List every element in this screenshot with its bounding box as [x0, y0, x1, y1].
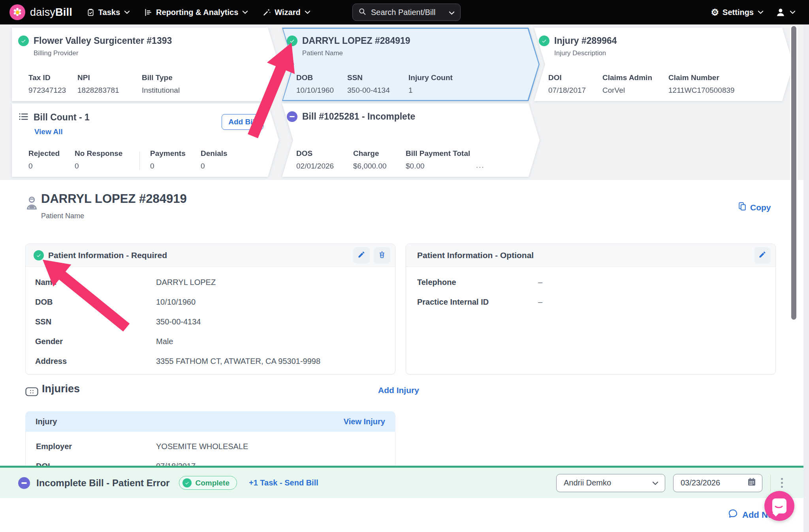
stat-label: Claim Number	[668, 73, 735, 82]
stat-value: 350-00-4134	[347, 86, 408, 95]
info-row-address: Address3355 FATHOM CT, ATWATER, CA 95301…	[35, 351, 386, 371]
daisybill-logo[interactable]: ✽ daisyBill	[9, 4, 72, 20]
breadcrumb-bill-count-card[interactable]: Bill Count - 1 View All Add Bill Rejecte…	[12, 103, 279, 177]
delete-trash-icon	[378, 251, 386, 260]
stat-label: Bill Payment Total	[406, 149, 470, 158]
info-row-name: NameDARRYL LOPEZ	[35, 272, 386, 292]
stat-value: 0	[201, 162, 228, 170]
search-patient-bill[interactable]: Search Patient/Bill	[352, 4, 461, 21]
injuries-section-title: Injuries	[42, 383, 80, 395]
stat-value: 0	[75, 162, 139, 170]
stat-value: 0	[150, 162, 201, 170]
bill-bar-title: Incomplete Bill - Patient Error	[36, 478, 169, 489]
daisybill-app: ✽ daisyBill Tasks Reporting & Analytics …	[0, 0, 809, 532]
stat-label: No Response	[75, 149, 139, 158]
daisy-flower-icon: ✽	[9, 4, 25, 20]
chevron-down-icon	[652, 478, 658, 487]
scrollbar-thumb[interactable]	[791, 26, 796, 320]
nav-tasks-label: Tasks	[98, 8, 120, 17]
search-icon	[358, 7, 366, 17]
view-injury-link[interactable]: View Injury	[344, 417, 385, 426]
injury-row-doi: DOI07/18/2017	[36, 456, 385, 466]
assignee-select[interactable]: Andrii Demko	[556, 474, 665, 492]
chevron-down-icon	[790, 10, 796, 14]
date-field[interactable]: 03/23/2026	[673, 474, 762, 492]
stat-label: Rejected	[28, 149, 75, 158]
copy-button[interactable]: Copy	[738, 202, 771, 213]
required-card-title: Patient Information - Required	[48, 251, 167, 260]
bill-more-ellipsis[interactable]: ...	[476, 161, 485, 170]
page-title: DARRYL LOPEZ #284919	[41, 192, 187, 206]
edit-patient-button[interactable]	[353, 247, 370, 264]
stat-value: 0	[28, 162, 75, 170]
brand-text: daisyBill	[30, 6, 72, 19]
chevron-down-icon	[449, 8, 455, 17]
stat-label: DOS	[296, 149, 353, 158]
provider-crumb-title: Flower Valley Surgicenter #1393	[34, 36, 172, 46]
intercom-chat-button[interactable]	[764, 491, 794, 521]
nav-reporting[interactable]: Reporting & Analytics	[144, 8, 248, 17]
stat-label: DOI	[548, 73, 602, 82]
intercom-bubble-icon	[772, 498, 786, 513]
stat-label: Claims Admin	[602, 73, 668, 82]
scrollbar-track[interactable]	[803, 24, 809, 532]
nav-wizard[interactable]: Wizard	[262, 8, 310, 17]
injury-crumb-title: Injury #289964	[554, 36, 617, 46]
stat-value: 07/18/2017	[548, 86, 602, 95]
calendar-icon	[747, 477, 756, 489]
info-row-ssn: SSN350-00-4134	[35, 312, 386, 332]
delete-patient-button[interactable]	[374, 247, 390, 264]
copy-icon	[738, 202, 747, 213]
stat-label: Denials	[201, 149, 228, 158]
nav-wizard-label: Wizard	[275, 8, 300, 17]
stat-value: 1211WC170500839	[668, 86, 735, 95]
chevron-down-icon	[758, 10, 764, 14]
injury-column-header: Injury	[36, 417, 57, 426]
nav-settings-label: Settings	[722, 8, 754, 17]
add-bill-button[interactable]: Add Bill	[222, 114, 263, 130]
stat-value: 972347123	[28, 86, 77, 95]
edit-optional-button[interactable]	[754, 247, 771, 264]
complete-badge[interactable]: Complete	[179, 476, 237, 490]
check-circle-icon	[34, 250, 44, 260]
stat-label: Tax ID	[28, 73, 77, 82]
stat-label: Charge	[353, 149, 406, 158]
wizard-wand-icon	[262, 8, 271, 17]
patient-info-optional-card: Patient Information - Optional Telephone…	[406, 244, 776, 375]
nav-settings[interactable]: ⚙ Settings	[711, 8, 764, 17]
settings-gear-icon: ⚙	[711, 8, 719, 17]
stat-label: Injury Count	[408, 73, 453, 82]
send-bill-task-link[interactable]: +1 Task - Send Bill	[249, 478, 318, 487]
stat-label: Bill Type	[142, 73, 180, 82]
add-injury-link[interactable]: Add Injury	[378, 386, 419, 395]
breadcrumb-injury-card[interactable]: Injury #289964 Injury Description DOI07/…	[534, 28, 793, 101]
info-row-telephone: Telephone–	[417, 272, 766, 292]
search-placeholder-text: Search Patient/Bill	[371, 8, 435, 17]
nav-tasks[interactable]: Tasks	[87, 8, 130, 17]
breadcrumb-patient-card[interactable]: DARRYL LOPEZ #284919 Patient Name DOB10/…	[282, 28, 540, 101]
kebab-menu-icon[interactable]	[779, 476, 785, 490]
check-circle-icon	[539, 36, 549, 46]
injuries-bandage-icon	[25, 387, 38, 398]
bar-divider	[770, 475, 771, 491]
breadcrumb-provider-card[interactable]: Flower Valley Surgicenter #1393 Billing …	[12, 28, 279, 101]
stat-value: 02/01/2026	[296, 162, 353, 170]
incomplete-minus-icon	[287, 111, 297, 122]
stats-divider	[139, 152, 140, 170]
account-person-icon	[775, 7, 786, 17]
chevron-down-icon	[124, 10, 130, 14]
check-circle-icon	[182, 478, 192, 487]
nav-reporting-label: Reporting & Analytics	[156, 8, 238, 17]
injury-table-header: Injury View Injury	[25, 411, 395, 432]
injury-crumb-subtitle: Injury Description	[554, 49, 777, 57]
breadcrumb-bill-card[interactable]: Bill #1025281 - Incomplete DOS02/01/2026…	[282, 103, 540, 177]
stat-value: $6,000.00	[353, 162, 406, 170]
date-value: 03/23/2026	[681, 478, 720, 487]
nav-account[interactable]	[775, 7, 796, 17]
injury-table: Injury View Injury EmployerYOSEMITE WHOL…	[25, 411, 395, 466]
optional-card-title: Patient Information - Optional	[417, 251, 534, 260]
info-row-dob: DOB10/10/1960	[35, 292, 386, 312]
stat-label: DOB	[296, 73, 347, 82]
stat-value: 10/10/1960	[296, 86, 347, 95]
assignee-value: Andrii Demko	[564, 478, 611, 487]
